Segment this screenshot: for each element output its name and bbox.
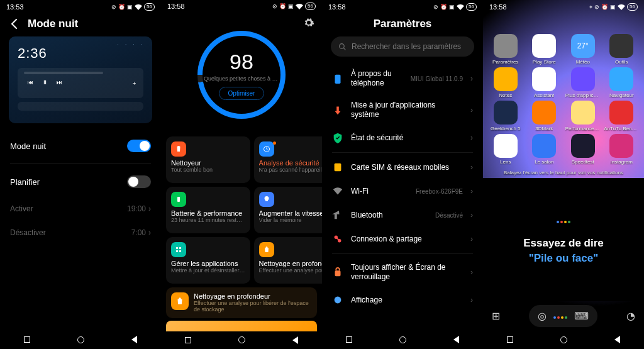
- settings-row[interactable]: Connexion & partage›: [322, 227, 483, 251]
- alarm-icon: ⏰: [440, 4, 447, 10]
- settings-row[interactable]: Affichage›: [322, 288, 483, 312]
- chevron-right-icon: ›: [470, 268, 473, 277]
- keyboard-icon[interactable]: ⌨: [574, 310, 589, 322]
- back-icon[interactable]: [9, 18, 20, 30]
- card-title: Gérer les applications: [171, 260, 245, 267]
- app-label: Geekbench 5: [491, 126, 521, 131]
- app-launcher[interactable]: Paramètres: [487, 34, 525, 65]
- optimizer-card[interactable]: Nettoyage en profond…Effectuer une analy…: [254, 237, 322, 284]
- prev-icon: ⏮: [28, 79, 33, 87]
- app-launcher[interactable]: Speedtest: [564, 134, 602, 165]
- status-bar: 13:58 ⊘ ⏰ ▣ 56: [322, 0, 483, 14]
- app-icon: [532, 134, 556, 158]
- schedule-toggle-row[interactable]: Planifier: [0, 167, 161, 197]
- app-launcher[interactable]: Assistant: [526, 67, 564, 98]
- nav-back-icon[interactable]: [614, 336, 620, 343]
- divider: [332, 253, 473, 254]
- nav-home-icon[interactable]: [77, 336, 84, 343]
- app-launcher[interactable]: 3DMark: [526, 101, 564, 131]
- deep-clean-card[interactable]: Nettoyage en profondeur Effectuer une an…: [166, 287, 317, 319]
- optimizer-card[interactable]: Gérer les applicationsMettre à jour et d…: [166, 237, 250, 284]
- app-launcher[interactable]: 27°Météo: [564, 34, 602, 65]
- settings-row[interactable]: Carte SIM & réseaux mobiles›: [322, 155, 483, 179]
- card-icon: [259, 192, 274, 207]
- nav-bar: [161, 331, 322, 349]
- nav-home-icon[interactable]: [560, 336, 567, 343]
- nav-recent-icon[interactable]: [24, 336, 30, 343]
- settings-row[interactable]: BluetoothDésactivé›: [322, 203, 483, 227]
- nav-back-icon[interactable]: [292, 336, 298, 344]
- location-icon: ⌖: [589, 4, 592, 11]
- battery-icon: 56: [627, 3, 638, 11]
- app-launcher[interactable]: AnTuTu Benchmark: [603, 101, 641, 131]
- activate-time-row[interactable]: Activer 19:00›: [0, 197, 161, 221]
- gear-icon[interactable]: [303, 17, 314, 28]
- row-value: MIUI Global 11.0.9: [411, 75, 463, 82]
- optimizer-card[interactable]: Batterie & performance23 heures 11 minut…: [166, 187, 250, 233]
- settings-row[interactable]: Toujours afficher & Écran de verrouillag…: [322, 257, 483, 288]
- nav-recent-icon[interactable]: [346, 336, 352, 343]
- battery-icon: 56: [305, 3, 316, 10]
- app-launcher[interactable]: Instagram: [603, 134, 641, 165]
- assistant-logo-icon: [556, 214, 571, 226]
- settings-row[interactable]: État de sécurité›: [322, 126, 483, 150]
- row-label: Affichage: [351, 296, 463, 305]
- app-launcher[interactable]: PerformanceTest M…: [564, 101, 602, 131]
- wifi-icon: [618, 4, 625, 10]
- battery-icon: 56: [144, 3, 155, 11]
- app-icon: 27°: [571, 34, 595, 58]
- app-label: Paramètres: [492, 59, 518, 65]
- assistant-mic-icon[interactable]: [553, 310, 568, 321]
- optimize-button[interactable]: Optimiser: [219, 87, 265, 100]
- settings-row[interactable]: À propos du téléphoneMIUI Global 11.0.9›: [322, 63, 483, 94]
- compass-icon[interactable]: ◔: [626, 310, 635, 322]
- nav-home-icon[interactable]: [238, 336, 245, 343]
- clock: 13:58: [328, 3, 346, 11]
- row-label: Désactiver: [10, 228, 46, 237]
- screen-security-optimizer: 13:58 ⊘ ⏰ ▣ 56 98 Quelques petites chose…: [161, 0, 322, 349]
- svg-rect-4: [176, 250, 178, 252]
- row-icon: [332, 186, 343, 197]
- settings-row[interactable]: Wi-FiFreebox-626F9E›: [322, 179, 483, 203]
- app-launcher[interactable]: Navigateur: [603, 67, 641, 98]
- row-label: Connexion & partage: [351, 235, 463, 244]
- optimizer-card[interactable]: Analyse de sécuritéN'a pas scanné l'appa…: [254, 136, 322, 183]
- settings-row[interactable]: Mise à jour d'applications système›: [322, 94, 483, 126]
- nav-recent-icon[interactable]: [185, 337, 191, 343]
- app-launcher[interactable]: Notes: [487, 67, 525, 98]
- notification-hint: Balayez l'écran vers le haut pour voir v…: [483, 167, 644, 178]
- row-label: Toujours afficher & Écran de verrouillag…: [351, 263, 463, 282]
- app-launcher[interactable]: Lens: [487, 134, 525, 165]
- app-launcher[interactable]: Outils: [603, 34, 641, 65]
- clock: 13:53: [6, 3, 24, 11]
- optimizer-card[interactable]: NettoyeurTout semble bon: [166, 136, 250, 183]
- app-label: Instagram: [610, 159, 633, 165]
- svg-rect-3: [179, 247, 181, 249]
- app-label: Le salon: [535, 159, 553, 165]
- deep-clean-illustration: [166, 321, 317, 331]
- app-label: Navigateur: [609, 92, 634, 98]
- app-launcher[interactable]: Plus d'applications: [564, 67, 602, 98]
- deactivate-time-row[interactable]: Désactiver 7:00›: [0, 221, 161, 245]
- card-icon: [171, 192, 186, 207]
- app-launcher[interactable]: Play Store: [526, 34, 564, 65]
- app-launcher[interactable]: Geekbench 5: [487, 101, 525, 131]
- app-launcher[interactable]: Le salon: [526, 134, 564, 165]
- chevron-right-icon: ›: [470, 235, 473, 243]
- optimizer-card[interactable]: Augmenter la vitesseVider la mémoire: [254, 187, 322, 233]
- night-mode-toggle-row[interactable]: Mode nuit: [0, 131, 161, 161]
- cast-icon: ▣: [449, 4, 455, 10]
- assistant-explore-icon[interactable]: ⊞: [492, 310, 500, 322]
- app-icon: [571, 101, 595, 125]
- page-title: Paramètres: [322, 14, 483, 36]
- status-icons: ⊘ ⏰ ▣ 56: [433, 3, 477, 11]
- lens-icon[interactable]: ◎: [538, 310, 547, 322]
- app-icon: [494, 134, 518, 158]
- night-mode-switch[interactable]: [127, 140, 151, 152]
- nav-back-icon[interactable]: [453, 336, 459, 343]
- nav-home-icon[interactable]: [399, 336, 406, 343]
- nav-back-icon[interactable]: [131, 336, 137, 343]
- nav-recent-icon[interactable]: [507, 336, 513, 343]
- schedule-switch[interactable]: [127, 175, 151, 188]
- settings-search[interactable]: Rechercher dans les paramètres: [331, 36, 474, 57]
